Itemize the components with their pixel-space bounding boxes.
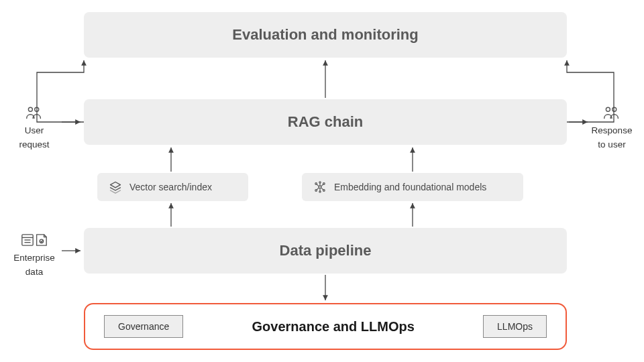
rag-chain-box: RAG chain (84, 99, 567, 145)
response-group: Response to user (585, 104, 639, 151)
evaluation-box: Evaluation and monitoring (84, 12, 567, 58)
svg-line-13 (321, 188, 323, 190)
users-icon (602, 104, 622, 121)
user-request-line1: User (25, 125, 44, 137)
user-request-group: User request (8, 104, 60, 151)
svg-point-14 (28, 107, 32, 111)
svg-line-12 (317, 188, 319, 190)
response-line2: to user (598, 139, 625, 151)
llmops-label: LLMOps (497, 321, 533, 332)
governance-box: Governance (104, 315, 183, 338)
network-icon (313, 180, 327, 194)
governance-llmops-container: Governance Governance and LLMOps LLMOps (84, 303, 567, 350)
embedding-box: Embedding and foundational models (302, 173, 523, 201)
vector-search-box: Vector search/index (97, 173, 248, 201)
layers-icon (108, 180, 123, 194)
user-request-line2: request (19, 139, 49, 151)
enterprise-line2: data (25, 267, 43, 278)
response-line1: Response (592, 125, 633, 137)
svg-marker-0 (111, 182, 121, 188)
llmops-box: LLMOps (483, 315, 547, 338)
governance-label: Governance (118, 321, 169, 332)
enterprise-data-group: Enterprise data (7, 231, 62, 278)
data-pipeline-box: Data pipeline (84, 228, 567, 274)
svg-line-10 (317, 184, 319, 186)
svg-point-17 (612, 107, 616, 111)
vector-search-label: Vector search/index (129, 182, 212, 192)
data-files-icon (21, 231, 48, 249)
enterprise-line1: Enterprise (13, 253, 55, 264)
evaluation-label: Evaluation and monitoring (232, 26, 418, 44)
governance-llmops-title: Governance and LLMOps (252, 319, 415, 335)
svg-point-15 (35, 107, 39, 111)
data-pipeline-label: Data pipeline (280, 242, 372, 259)
svg-point-16 (606, 107, 610, 111)
svg-line-11 (321, 184, 323, 186)
users-icon (24, 104, 44, 121)
rag-chain-label: RAG chain (288, 113, 363, 131)
embedding-label: Embedding and foundational models (334, 182, 486, 192)
